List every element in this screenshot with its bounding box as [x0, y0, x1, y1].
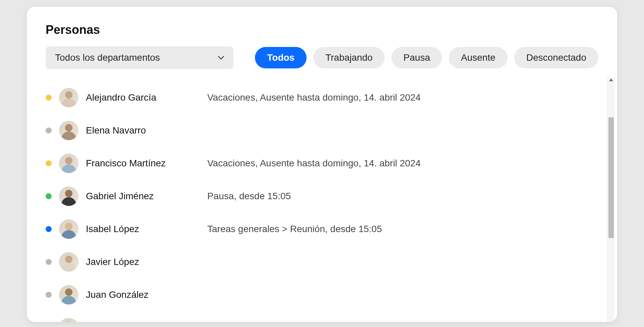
person-status: Tareas generales > Reunión, desde 15:05 [207, 224, 382, 234]
filter-pill-ausente[interactable]: Ausente [449, 47, 507, 68]
department-dropdown[interactable]: Todos los departamentos [46, 46, 233, 69]
status-dot-icon [46, 292, 52, 298]
person-status: Vacaciones, Ausente hasta domingo, 14. a… [207, 158, 421, 169]
status-dot-icon [46, 95, 52, 101]
filter-row: Todos los departamentos Todos Trabajando… [46, 46, 598, 69]
chevron-down-icon [218, 54, 224, 62]
avatar [59, 88, 78, 107]
scroll-thumb[interactable] [608, 117, 614, 238]
status-dot-icon [46, 127, 52, 133]
panel-header: Personas Todos los departamentos Todos T… [27, 23, 617, 77]
person-row[interactable]: Elena Navarro [46, 114, 598, 147]
filter-pill-desconectado[interactable]: Desconectado [514, 47, 598, 68]
person-name: Gabriel Jiménez [86, 191, 200, 202]
avatar [59, 219, 78, 239]
person-row[interactable]: Francisco Martínez Vacaciones, Ausente h… [46, 147, 598, 180]
people-list: Alejandro García Vacaciones, Ausente has… [27, 77, 617, 322]
filter-pill-trabajando[interactable]: Trabajando [313, 47, 385, 68]
person-name: Javier López [86, 257, 200, 267]
page-title: Personas [46, 23, 598, 37]
scroll-up-icon[interactable] [609, 78, 613, 81]
person-name: Francisco Martínez [86, 158, 200, 169]
person-status: Vacaciones, Ausente hasta domingo, 14. a… [207, 92, 421, 103]
person-row[interactable]: Laura Ballesteros Vacaciones, Ausente ha… [46, 311, 598, 322]
person-row[interactable]: Javier López [46, 246, 598, 278]
filter-pill-pausa[interactable]: Pausa [391, 47, 442, 68]
avatar [59, 121, 78, 140]
person-name: Isabel López [86, 224, 200, 234]
scrollbar[interactable] [607, 77, 614, 322]
avatar [59, 285, 78, 305]
person-name: Juan González [86, 289, 200, 300]
avatar [59, 318, 78, 322]
dropdown-label: Todos los departamentos [55, 52, 160, 63]
avatar [59, 154, 78, 173]
status-dot-icon [46, 160, 52, 166]
status-filter-pills: Todos Trabajando Pausa Ausente Desconect… [255, 47, 598, 68]
person-row[interactable]: Gabriel Jiménez Pausa, desde 15:05 [46, 180, 598, 213]
person-status: Pausa, desde 15:05 [207, 191, 291, 202]
status-dot-icon [46, 193, 52, 199]
avatar [59, 186, 78, 206]
person-name: Elena Navarro [86, 125, 200, 136]
status-dot-icon [46, 259, 52, 265]
person-row[interactable]: Alejandro García Vacaciones, Ausente has… [46, 81, 598, 114]
person-row[interactable]: Isabel López Tareas generales > Reunión,… [46, 213, 598, 246]
people-list-wrapper: Alejandro García Vacaciones, Ausente has… [27, 77, 617, 322]
filter-pill-todos[interactable]: Todos [255, 47, 307, 68]
person-name: Alejandro García [86, 92, 200, 103]
avatar [59, 252, 78, 272]
status-dot-icon [46, 226, 52, 232]
people-panel: Personas Todos los departamentos Todos T… [27, 7, 617, 322]
person-row[interactable]: Juan González [46, 278, 598, 311]
